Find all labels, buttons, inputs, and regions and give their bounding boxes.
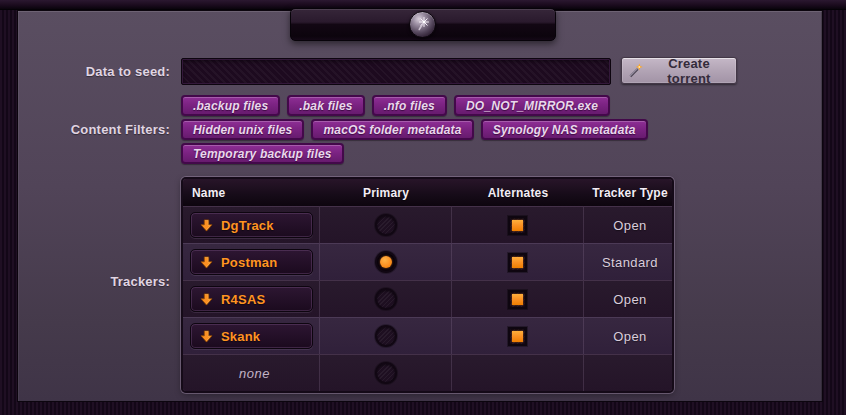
chip-row: Hidden unix filesmacOS folder metadataSy… [181,119,701,140]
table-cell: R4SAS [183,280,320,317]
tracker-type-value: Open [613,329,646,344]
content-filter-chip[interactable]: macOS folder metadata [311,119,473,140]
tracker-link-dgtrack[interactable]: DgTrack [190,212,313,238]
primary-radio-r4sas[interactable] [375,288,397,310]
table-cell: Skank [183,317,320,354]
primary-radio-skank[interactable] [375,325,397,347]
tracker-name-label: R4SAS [221,292,265,307]
alternates-checkbox-postman[interactable] [508,253,527,272]
table-cell: Postman [183,243,320,280]
table-cell [452,243,584,280]
alternates-checkbox-skank[interactable] [508,327,527,346]
create-torrent-button[interactable]: Create torrent [621,57,737,84]
download-arrow-icon [200,330,213,343]
column-header-alternates: Alternates [452,179,584,206]
table-cell [452,280,584,317]
primary-radio-none[interactable] [375,362,397,384]
table-cell: Open [584,317,674,354]
column-header-tracker-type: Tracker Type [584,179,674,206]
column-header-name: Name [183,179,320,206]
table-cell [320,243,452,280]
trackers-table: NamePrimaryAlternatesTracker TypeDgTrack… [181,177,674,393]
sparkle-knob-button[interactable] [409,11,436,38]
magic-wand-icon [628,63,643,78]
download-arrow-icon [200,219,213,232]
content-filter-chip[interactable]: DO_NOT_MIRROR.exe [454,95,610,116]
table-cell: none [183,354,320,391]
tracker-type-value: Open [613,218,646,233]
table-cell [452,206,584,243]
table-cell: DgTrack [183,206,320,243]
table-cell [452,317,584,354]
content-filter-chip[interactable]: Hidden unix files [181,119,304,140]
content-filters-label: Content Filters: [0,122,170,137]
chip-row: Temporary backup files [181,143,701,164]
table-cell [320,354,452,391]
column-header-primary: Primary [320,179,452,206]
chip-row: .backup files.bak files.nfo filesDO_NOT_… [181,95,701,116]
table-cell [584,354,674,391]
data-to-seed-label: Data to seed: [0,64,170,79]
table-cell: Open [584,280,674,317]
tracker-name-label: Skank [221,329,260,344]
create-torrent-button-label: Create torrent [648,56,730,86]
tracker-none-label: none [190,366,319,381]
table-cell [320,317,452,354]
content-filter-chip[interactable]: Synology NAS metadata [481,119,648,140]
table-cell: Open [584,206,674,243]
sparkle-wand-icon [414,16,432,34]
data-to-seed-input[interactable] [181,58,611,85]
create-torrent-dialog: Data to seed: Create torrent Content Fil… [0,0,846,415]
tracker-name-label: DgTrack [221,218,274,233]
tracker-link-skank[interactable]: Skank [190,323,313,349]
download-arrow-icon [200,293,213,306]
trackers-label: Trackers: [0,274,170,289]
content-filter-chips: .backup files.bak files.nfo filesDO_NOT_… [181,95,701,164]
tracker-link-postman[interactable]: Postman [190,249,313,275]
dialog-handle-bar[interactable] [290,8,556,41]
table-cell [320,280,452,317]
download-arrow-icon [200,256,213,269]
alternates-checkbox-r4sas[interactable] [508,290,527,309]
table-cell [320,206,452,243]
content-filter-chip[interactable]: Temporary backup files [181,143,344,164]
table-cell: Standard [584,243,674,280]
tracker-name-label: Postman [221,255,277,270]
content-filter-chip[interactable]: .nfo files [372,95,447,116]
tracker-type-value: Standard [602,255,658,270]
content-filter-chip[interactable]: .bak files [287,95,364,116]
primary-radio-postman[interactable] [375,251,397,273]
tracker-link-r4sas[interactable]: R4SAS [190,286,313,312]
primary-radio-dgtrack[interactable] [375,214,397,236]
table-cell [452,354,584,391]
alternates-checkbox-dgtrack[interactable] [508,216,527,235]
content-filter-chip[interactable]: .backup files [181,95,280,116]
tracker-type-value: Open [613,292,646,307]
